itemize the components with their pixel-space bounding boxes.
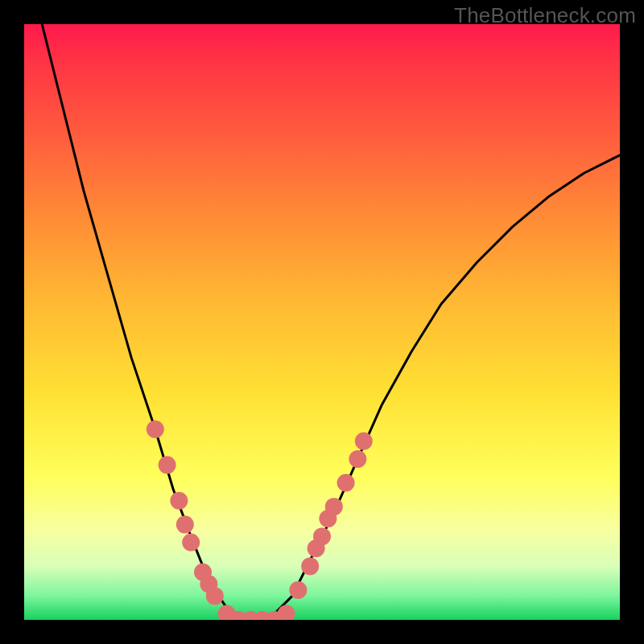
data-marker bbox=[301, 557, 319, 575]
data-marker bbox=[355, 432, 373, 450]
data-marker bbox=[206, 587, 224, 605]
data-marker bbox=[147, 420, 164, 438]
curve-layer bbox=[42, 24, 620, 620]
data-marker bbox=[170, 492, 188, 510]
marker-layer bbox=[147, 420, 373, 620]
data-marker bbox=[289, 581, 307, 599]
chart-svg bbox=[24, 24, 620, 620]
data-marker bbox=[349, 450, 366, 468]
chart-frame: TheBottleneck.com bbox=[0, 0, 644, 644]
curve-path bbox=[42, 24, 620, 620]
plot-area bbox=[24, 24, 620, 620]
data-marker bbox=[325, 497, 343, 515]
data-marker bbox=[337, 474, 355, 492]
data-marker bbox=[159, 456, 176, 474]
data-marker bbox=[176, 516, 194, 534]
data-marker bbox=[182, 534, 200, 551]
data-marker bbox=[313, 527, 331, 545]
